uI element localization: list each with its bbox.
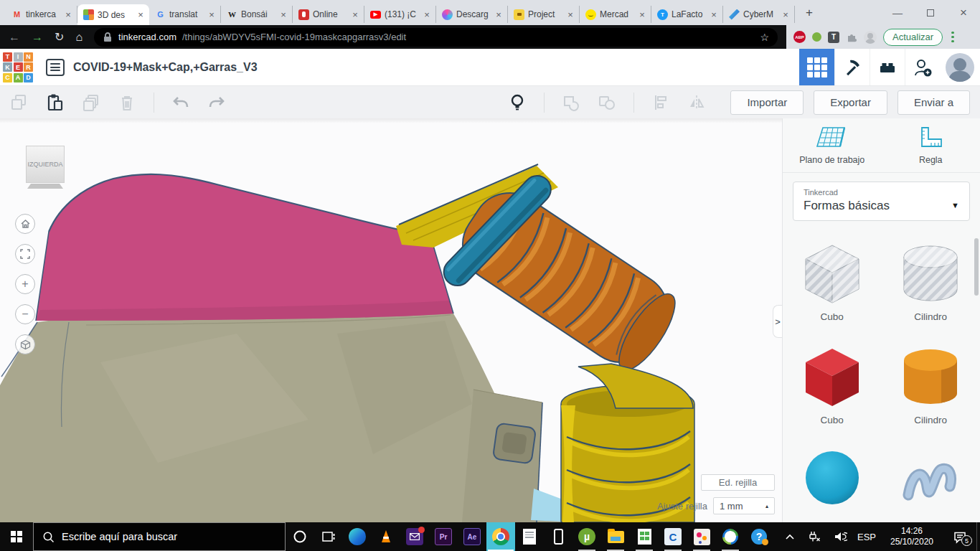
address-bar[interactable]: tinkercad.com /things/abWDYV5sFMI-covid-…: [94, 28, 778, 47]
view-cube[interactable]: IZQUIERDA: [26, 146, 65, 183]
perspective-toggle-button[interactable]: [15, 334, 35, 354]
taskbar-your-phone[interactable]: [544, 522, 573, 551]
browser-menu-icon[interactable]: [949, 32, 956, 43]
tab-wikipedia[interactable]: W Bonsái ×: [221, 6, 293, 23]
cortana-button[interactable]: [286, 522, 314, 551]
share-invite-button[interactable]: [905, 49, 940, 85]
workplane-tool[interactable]: Plano de trabajo: [783, 118, 882, 172]
tab-translate[interactable]: G translat ×: [149, 6, 221, 23]
window-restore-button[interactable]: [914, 0, 947, 25]
blocks-view-button-active[interactable]: [799, 49, 834, 85]
window-minimize-button[interactable]: —: [881, 0, 914, 25]
brick-export-button[interactable]: [870, 49, 905, 85]
close-icon[interactable]: ×: [637, 9, 647, 20]
start-button[interactable]: [0, 522, 33, 551]
shape-item-cylinder-orange[interactable]: Cilindro: [898, 344, 963, 426]
tinkercad-logo[interactable]: T I N K E R C A D: [3, 52, 33, 83]
taskbar-utorrent[interactable]: µ: [573, 522, 601, 551]
tab-lafactoria[interactable]: T LaFacto ×: [651, 6, 723, 23]
task-view-button[interactable]: [314, 522, 343, 551]
tray-power-status[interactable]: [801, 522, 827, 551]
redo-button[interactable]: [207, 93, 226, 112]
tab-gmail[interactable]: M tinkerca ×: [6, 6, 77, 23]
taskbar-premiere[interactable]: Pr: [429, 522, 458, 551]
bookmark-star-icon[interactable]: ☆: [760, 32, 769, 43]
send-to-button[interactable]: Enviar a: [897, 90, 970, 115]
puzzle-extensions-icon[interactable]: [846, 32, 857, 43]
snap-grid-dropdown[interactable]: 1 mm ▴: [713, 497, 775, 514]
tray-language[interactable]: ESP: [853, 522, 880, 551]
zoom-in-button[interactable]: +: [15, 274, 35, 294]
chrome-update-button[interactable]: Actualizar: [883, 29, 943, 46]
edit-grid-button[interactable]: Ed. rejilla: [701, 474, 775, 491]
3d-viewport[interactable]: IZQUIERDA + − Ed. rejilla Ajuste rejilla…: [0, 118, 782, 522]
show-desktop-button[interactable]: [976, 522, 980, 551]
taskbar-edge[interactable]: [343, 522, 372, 551]
tab-cyber[interactable]: CyberM ×: [723, 6, 795, 23]
panel-collapse-handle[interactable]: >: [773, 305, 782, 338]
show-all-button[interactable]: [508, 93, 527, 112]
close-icon[interactable]: ×: [207, 9, 217, 20]
taskbar-confetti-app[interactable]: [687, 522, 716, 551]
undo-button[interactable]: [171, 93, 190, 112]
close-icon[interactable]: ×: [278, 9, 288, 20]
ruler-tool[interactable]: Regla: [882, 118, 980, 172]
taskbar-help[interactable]: ?: [745, 522, 773, 551]
tab-youtube[interactable]: ▶ (131) ¡C ×: [364, 6, 436, 23]
import-button[interactable]: Importar: [730, 90, 804, 115]
shape-item-cube-hole[interactable]: Cubo: [800, 241, 864, 323]
minecraft-export-button[interactable]: [834, 49, 870, 85]
close-icon[interactable]: ×: [63, 9, 73, 20]
align-button[interactable]: [651, 93, 670, 112]
tray-overflow-button[interactable]: [778, 522, 801, 551]
green-dot-extension-icon[interactable]: [812, 32, 821, 42]
delete-button[interactable]: [118, 93, 136, 112]
tab-mercadolibre[interactable]: Mercad ×: [580, 6, 651, 23]
close-icon[interactable]: ×: [781, 9, 791, 20]
close-icon[interactable]: ×: [422, 9, 432, 20]
home-button[interactable]: ⌂: [75, 32, 83, 43]
taskbar-mail[interactable]: [400, 522, 429, 551]
close-icon[interactable]: ×: [565, 9, 575, 20]
tab-project[interactable]: Project ×: [508, 6, 580, 23]
tab-tinkercad-active[interactable]: 3D des ×: [77, 4, 149, 25]
ungroup-button[interactable]: [598, 93, 616, 112]
duplicate-button[interactable]: [82, 93, 100, 112]
export-button[interactable]: Exportar: [814, 90, 887, 115]
shape-library-dropdown[interactable]: Tinkercad Formas básicas ▼: [793, 182, 970, 221]
shape-item-scribble[interactable]: [898, 448, 963, 522]
taskbar-file-explorer[interactable]: [601, 522, 630, 551]
tampermonkey-extension-icon[interactable]: T: [828, 32, 839, 43]
shape-item-cube-red[interactable]: Cubo: [800, 344, 864, 426]
window-close-button[interactable]: ×: [947, 0, 980, 25]
close-icon[interactable]: ×: [494, 9, 504, 20]
tab-descargas[interactable]: Descarg ×: [436, 6, 508, 23]
group-button[interactable]: [562, 93, 580, 112]
tray-clock[interactable]: 14:26 25/10/2020: [880, 522, 943, 551]
tray-volume[interactable]: [827, 522, 853, 551]
taskbar-search-box[interactable]: Escribe aquí para buscar: [33, 522, 286, 551]
user-avatar[interactable]: [946, 53, 974, 82]
home-view-button[interactable]: [15, 214, 35, 234]
taskbar-aftereffects[interactable]: Ae: [458, 522, 486, 551]
reload-button[interactable]: ↻: [55, 32, 64, 43]
mirror-button[interactable]: [687, 93, 706, 112]
close-icon[interactable]: ×: [136, 9, 146, 20]
taskbar-vlc[interactable]: [372, 522, 400, 551]
shape-item-cylinder-hole[interactable]: Cilindro: [898, 241, 963, 323]
zoom-out-button[interactable]: −: [15, 304, 35, 324]
panel-scrollbar[interactable]: [974, 238, 979, 296]
taskbar-camtasia[interactable]: C: [659, 522, 687, 551]
browser-profile-avatar[interactable]: [864, 31, 877, 44]
new-tab-button[interactable]: +: [799, 3, 819, 23]
taskbar-notepad[interactable]: [515, 522, 544, 551]
shape-item-sphere[interactable]: [800, 448, 864, 522]
paste-button[interactable]: [46, 93, 65, 112]
design-properties-button[interactable]: [46, 59, 65, 76]
fit-view-button[interactable]: [15, 244, 35, 264]
close-icon[interactable]: ×: [350, 9, 360, 20]
close-icon[interactable]: ×: [709, 9, 719, 20]
tab-online[interactable]: Online ×: [293, 6, 364, 23]
adblock-extension-icon[interactable]: ABP: [793, 31, 806, 43]
action-center-button[interactable]: 5: [943, 522, 976, 551]
